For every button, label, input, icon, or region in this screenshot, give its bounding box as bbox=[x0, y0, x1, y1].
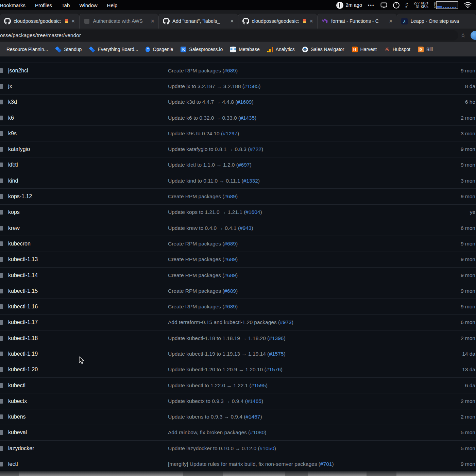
commit-message-link[interactable]: Update kubectx to 0.9.3 → 0.9.4 ( bbox=[168, 398, 247, 404]
commit-message-link[interactable]: ) bbox=[252, 99, 253, 105]
pr-number-link[interactable]: #1585 bbox=[244, 83, 259, 89]
file-name-link[interactable]: kubectl-1.13 bbox=[8, 256, 38, 262]
pr-number-link[interactable]: #1575 bbox=[269, 351, 284, 357]
file-name-link[interactable]: kubectl-1.19 bbox=[8, 351, 38, 357]
pr-number-link[interactable]: #689 bbox=[224, 241, 236, 247]
commit-message-link[interactable]: Create RPM packages ( bbox=[168, 68, 224, 73]
commit-message-link[interactable]: ) bbox=[255, 115, 256, 121]
commit-message-link[interactable]: ) bbox=[274, 445, 276, 451]
address-bar[interactable]: osse/packages/tree/master/vendor bbox=[0, 30, 458, 40]
file-name-link[interactable]: kops-1.12 bbox=[8, 193, 32, 200]
commit-message-link[interactable]: Create RPM packages ( bbox=[168, 272, 224, 278]
commit-message-link[interactable]: Create RPM packages ( bbox=[168, 241, 224, 247]
commit-message-link[interactable]: ) bbox=[284, 335, 285, 341]
commit-message-link[interactable]: ) bbox=[236, 241, 238, 247]
pr-number-link[interactable]: #689 bbox=[224, 304, 236, 309]
file-name-link[interactable]: kubens bbox=[8, 414, 26, 420]
file-name-link[interactable]: k3d bbox=[8, 99, 17, 105]
commit-message-link[interactable]: Update kops to 1.21.0 → 1.21.1 ( bbox=[168, 209, 245, 215]
file-name-link[interactable]: kubecron bbox=[8, 241, 31, 247]
file-name-link[interactable]: kubectl-1.15 bbox=[8, 288, 38, 294]
bookmark-item[interactable]: Resource Plannin... bbox=[3, 47, 52, 52]
file-name-link[interactable]: kops bbox=[8, 209, 20, 215]
commit-message-link[interactable]: Create RPM packages ( bbox=[168, 193, 224, 199]
browser-tab[interactable]: λ cloudposse/geodesic: × bbox=[238, 14, 318, 29]
commit-message-link[interactable]: ) bbox=[265, 429, 266, 435]
pr-number-link[interactable]: #1080 bbox=[250, 429, 265, 435]
commit-message-link[interactable]: Create RPM packages ( bbox=[168, 304, 224, 309]
pr-number-link[interactable]: #1604 bbox=[245, 209, 260, 215]
file-name-link[interactable]: kubectl-1.20 bbox=[8, 367, 38, 373]
status-timer[interactable]: 2m ago bbox=[336, 2, 362, 9]
commit-message-link[interactable]: ) bbox=[236, 193, 238, 199]
pr-number-link[interactable]: #1609 bbox=[237, 99, 252, 105]
cpu-meter[interactable]: CPU bbox=[434, 1, 458, 9]
commit-message-link[interactable]: ) bbox=[236, 288, 238, 294]
commit-message-link[interactable]: Update k3d to 4.4.7 → 4.4.8 ( bbox=[168, 99, 237, 105]
profile-avatar[interactable] bbox=[471, 31, 476, 40]
bookmark-item[interactable]: Metabase bbox=[226, 47, 263, 52]
tab-close-icon[interactable]: × bbox=[388, 18, 393, 24]
commit-message-link[interactable]: ) bbox=[332, 461, 334, 467]
file-name-link[interactable]: kubectx bbox=[8, 398, 27, 404]
commit-message-link[interactable]: ) bbox=[236, 256, 238, 262]
file-name-link[interactable]: kubectl bbox=[8, 382, 26, 389]
bookmark-item[interactable]: Opsgenie bbox=[142, 47, 177, 52]
pr-number-link[interactable]: #943 bbox=[240, 225, 251, 231]
file-name-link[interactable]: k9s bbox=[8, 131, 17, 137]
network-speeds[interactable]: 277 KB/s 31 KB/s bbox=[414, 1, 428, 9]
pr-number-link[interactable]: #689 bbox=[224, 68, 236, 73]
commit-message-link[interactable]: ) bbox=[250, 162, 251, 168]
commit-message-link[interactable]: Update kubens to 0.9.3 → 0.9.4 ( bbox=[168, 414, 245, 420]
commit-message-link[interactable]: Update kubectl-1.18 to 1.18.19 → 1.18.20… bbox=[168, 335, 269, 341]
pr-number-link[interactable]: #689 bbox=[224, 288, 236, 294]
browser-tab[interactable]: λ cloudposse/geodesic: × bbox=[0, 14, 79, 29]
commit-message-link[interactable]: Update lazydocker to 0.10.0 → 0.12.0 ( bbox=[168, 445, 260, 451]
pr-number-link[interactable]: #701 bbox=[320, 461, 332, 467]
commit-message-link[interactable]: Add rainbow, fix broken packages ( bbox=[168, 429, 250, 435]
file-name-link[interactable]: krew bbox=[8, 225, 20, 231]
wifi-icon[interactable] bbox=[464, 2, 472, 8]
commit-message-link[interactable]: Update krew to 0.4.0 → 0.4.1 ( bbox=[168, 225, 240, 231]
file-name-link[interactable]: k6 bbox=[8, 115, 14, 121]
pr-number-link[interactable]: #1332 bbox=[243, 178, 258, 184]
pr-number-link[interactable]: #1050 bbox=[260, 445, 274, 451]
pr-number-link[interactable]: #1576 bbox=[266, 367, 281, 372]
tab-close-icon[interactable]: × bbox=[230, 18, 235, 24]
commit-message-link[interactable]: ) bbox=[252, 225, 253, 231]
pr-number-link[interactable]: #1467 bbox=[245, 414, 260, 420]
file-name-link[interactable]: kind bbox=[8, 178, 18, 184]
file-name-link[interactable]: kubectl-1.14 bbox=[8, 272, 38, 278]
menubar-item[interactable]: Window bbox=[74, 2, 102, 8]
commit-message-link[interactable]: Update k9s to 0.24.10 ( bbox=[168, 131, 223, 136]
bookmark-item[interactable]: ✳ Hubspot bbox=[380, 47, 414, 52]
pr-number-link[interactable]: #1396 bbox=[269, 335, 284, 341]
commit-message-link[interactable]: ) bbox=[266, 382, 268, 388]
commit-message-link[interactable]: ) bbox=[259, 83, 260, 89]
commit-message-link[interactable]: ) bbox=[236, 304, 238, 309]
file-name-link[interactable]: lazydocker bbox=[8, 445, 34, 452]
pr-number-link[interactable]: #689 bbox=[224, 256, 236, 262]
bookmark-star-icon[interactable]: ☆ bbox=[460, 31, 466, 39]
commit-message-link[interactable]: ) bbox=[236, 68, 238, 73]
menubar-item[interactable]: Help bbox=[102, 2, 122, 8]
file-name-link[interactable]: kubectl-1.16 bbox=[8, 304, 38, 310]
file-name-link[interactable]: kubectl-1.18 bbox=[8, 335, 38, 341]
more-menu-icon[interactable]: ••• bbox=[368, 3, 375, 8]
bookmark-item[interactable]: H Harvest bbox=[348, 47, 380, 52]
file-name-link[interactable]: lectl bbox=[8, 461, 18, 467]
commit-message-link[interactable]: Add terraform-0.15 and kubectl-1.20 pack… bbox=[168, 319, 280, 325]
menubar-item[interactable]: Bookmarks bbox=[0, 2, 30, 8]
network-arrows-icon[interactable]: ↗↙ bbox=[405, 2, 408, 8]
screen-mirroring-icon[interactable] bbox=[380, 2, 387, 8]
commit-message-link[interactable]: ) bbox=[284, 351, 285, 357]
file-name-link[interactable]: kubectl-1.17 bbox=[8, 319, 38, 325]
tab-close-icon[interactable]: × bbox=[309, 18, 314, 24]
browser-tab[interactable]: λ format - Functions - C × bbox=[317, 14, 397, 29]
commit-message-link[interactable]: Create RPM packages ( bbox=[168, 288, 224, 294]
tab-close-icon[interactable]: × bbox=[71, 18, 76, 24]
commit-message-link[interactable]: Update kubectl to 1.22.0 → 1.22.1 ( bbox=[168, 382, 251, 388]
bookmark-item[interactable]: Sales Navigator bbox=[299, 47, 348, 52]
file-name-link[interactable]: kubeval bbox=[8, 429, 27, 436]
commit-message-link[interactable]: ) bbox=[258, 178, 260, 184]
